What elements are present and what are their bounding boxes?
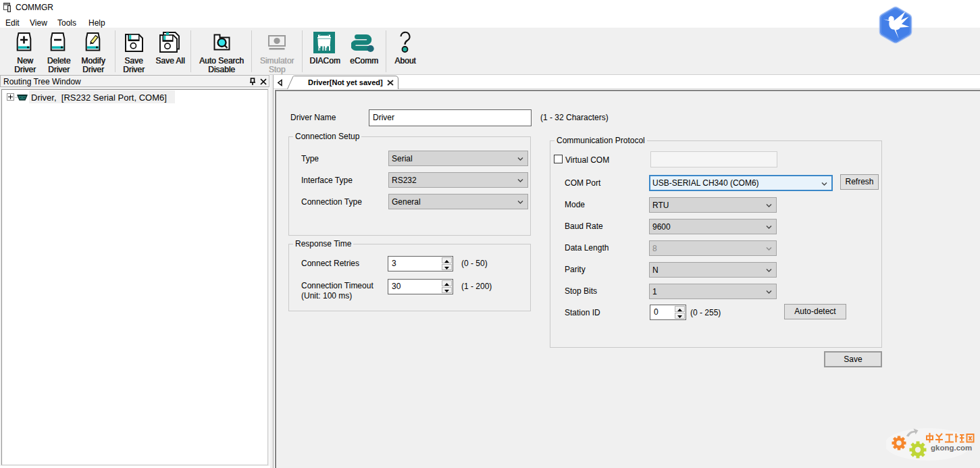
svg-text:gkong.com: gkong.com (931, 444, 972, 452)
